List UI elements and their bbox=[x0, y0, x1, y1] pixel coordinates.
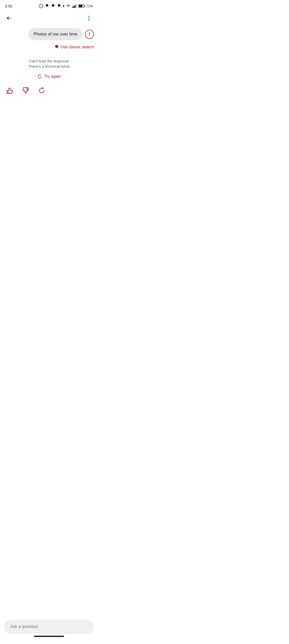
classic-search-row: Use classic search bbox=[0, 43, 98, 54]
back-arrow-icon bbox=[6, 15, 12, 21]
app-icon-4 bbox=[57, 4, 61, 8]
search-bubble: Photos of me over time bbox=[28, 28, 82, 40]
try-again-row: Try again bbox=[0, 71, 98, 82]
svg-rect-7 bbox=[79, 5, 82, 7]
thumbs-down-button[interactable] bbox=[21, 86, 30, 95]
retry-icon bbox=[38, 87, 45, 94]
feedback-row bbox=[0, 82, 98, 99]
error-title: Can't load the response bbox=[4, 59, 94, 63]
top-nav bbox=[0, 11, 98, 25]
thumbs-up-icon bbox=[6, 87, 13, 94]
wifi-icon bbox=[66, 4, 71, 8]
svg-rect-3 bbox=[75, 5, 76, 8]
signal-icon bbox=[72, 4, 77, 8]
more-vertical-icon bbox=[86, 15, 92, 21]
error-circle-icon: ! bbox=[85, 30, 94, 39]
svg-rect-2 bbox=[73, 6, 74, 8]
status-icons: 72% bbox=[39, 4, 93, 8]
thumbs-up-button[interactable] bbox=[5, 86, 14, 95]
try-again-label: Try again bbox=[44, 74, 61, 79]
retry-button[interactable] bbox=[37, 86, 46, 95]
back-button[interactable] bbox=[4, 13, 14, 23]
try-again-button[interactable]: Try again bbox=[37, 74, 61, 79]
more-options-button[interactable] bbox=[84, 13, 94, 23]
app-icon-3 bbox=[51, 4, 55, 8]
error-message: Can't load the response There's a techni… bbox=[0, 54, 98, 71]
error-subtitle: There's a technical issue bbox=[4, 64, 94, 68]
search-area: Photos of me over time ! bbox=[0, 25, 98, 43]
svg-point-10 bbox=[88, 19, 89, 20]
svg-point-8 bbox=[88, 16, 89, 17]
app-icon-1 bbox=[39, 4, 43, 8]
notification-dot bbox=[63, 5, 64, 7]
svg-rect-4 bbox=[76, 4, 77, 8]
battery-percent: 72% bbox=[86, 4, 93, 8]
thumbs-down-icon bbox=[22, 87, 29, 94]
battery-icon bbox=[78, 4, 85, 8]
status-bar: 5:55 72% bbox=[0, 0, 98, 11]
classic-search-link[interactable]: Use classic search bbox=[61, 45, 94, 49]
svg-point-9 bbox=[88, 18, 89, 19]
svg-rect-1 bbox=[72, 7, 73, 8]
refresh-icon bbox=[37, 74, 42, 79]
app-icon-2 bbox=[45, 4, 49, 8]
status-time: 5:55 bbox=[5, 4, 12, 8]
search-icon bbox=[55, 44, 59, 50]
svg-rect-6 bbox=[84, 5, 85, 7]
